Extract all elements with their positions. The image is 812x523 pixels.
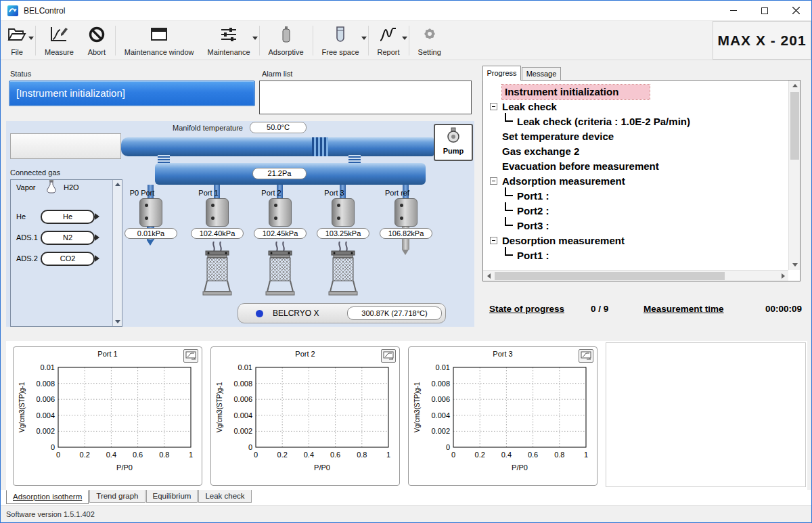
abort-button[interactable]: Abort	[81, 23, 113, 58]
svg-text:0.006: 0.006	[233, 395, 252, 403]
progress-item[interactable]: Evacuation before measurement	[484, 159, 786, 174]
report-button[interactable]: Report	[371, 23, 407, 58]
folder-open-icon	[7, 26, 26, 46]
progress-item[interactable]: Desorption measurement	[484, 233, 786, 248]
scrollbar-thumb[interactable]	[790, 92, 799, 160]
tree-connector-icon	[505, 217, 513, 226]
svg-text:0: 0	[51, 443, 55, 451]
bottom-tab[interactable]: Leak check	[198, 490, 251, 503]
instrument-model-badge: MAX X - 201	[713, 21, 811, 60]
measure-button[interactable]: Measure	[38, 23, 81, 58]
svg-text:P/P0: P/P0	[512, 463, 528, 472]
toolbar: File Measure Abort Maintenance window Ma…	[1, 21, 811, 60]
cryostat-temperature: 300.87K (27.718°C)	[347, 306, 442, 320]
close-icon	[792, 7, 800, 14]
chart-tool-button[interactable]	[579, 349, 593, 363]
isotherm-plot: 00.0020.0040.0060.0080.0100.20.40.60.81V…	[212, 362, 398, 482]
toolbar-separator	[313, 26, 313, 55]
close-button[interactable]	[780, 1, 811, 20]
svg-text:0: 0	[446, 443, 450, 451]
port-pressure-value: 106.82kPa	[380, 228, 432, 239]
port-station: Port ref 106.82kPa	[376, 185, 436, 313]
progress-item-label: Port2 :	[517, 205, 549, 217]
dropdown-arrow-icon[interactable]	[361, 37, 367, 40]
free-space-button[interactable]: Free space	[315, 23, 366, 58]
isotherm-plot: 00.0020.0040.0060.0080.0100.20.40.60.81V…	[15, 362, 200, 482]
bottom-tab[interactable]: Trend graph	[89, 490, 145, 503]
horizontal-scrollbar[interactable]	[483, 270, 788, 281]
title-bar: BELControl	[1, 1, 811, 21]
scroll-left-icon[interactable]	[483, 271, 494, 281]
progress-panel: Progress Message Instrument initializati…	[482, 66, 806, 327]
manifold-connector	[348, 155, 361, 163]
vacuum-pump: Pump	[434, 124, 473, 161]
maintenance-window-button[interactable]: Maintenance window	[118, 23, 201, 58]
file-button[interactable]: File	[1, 23, 33, 58]
progress-item-label: Desorption measurement	[502, 235, 625, 246]
sample-cell	[187, 242, 248, 300]
vertical-scrollbar[interactable]	[788, 81, 800, 270]
scroll-down-icon[interactable]	[789, 259, 800, 270]
progress-item-label: Leak check	[502, 101, 557, 112]
progress-item-label: Leak check (criteria : 1.0E-2 Pa/min)	[517, 116, 690, 127]
bottom-tab-label: Trend graph	[96, 492, 138, 500]
scroll-up-icon[interactable]	[789, 81, 800, 91]
progress-item[interactable]: Port3 :	[484, 219, 786, 233]
dropdown-arrow-icon[interactable]	[402, 37, 407, 40]
svg-text:0.004: 0.004	[233, 411, 252, 419]
progress-item[interactable]: Leak check (criteria : 1.0E-2 Pa/min)	[484, 114, 786, 129]
progress-list[interactable]: Instrument initialization Leak check Lea…	[482, 80, 800, 281]
maximize-button[interactable]	[749, 1, 780, 20]
tab-message[interactable]: Message	[522, 67, 561, 81]
alarm-list-box[interactable]	[259, 81, 472, 114]
bottom-tab[interactable]: Equilibrium	[146, 490, 198, 503]
manifold-connector	[158, 155, 170, 163]
status-label: Status	[10, 70, 31, 78]
chart-title: Port 3	[409, 350, 597, 358]
tree-collapse-icon[interactable]	[490, 237, 497, 244]
dropdown-arrow-icon[interactable]	[252, 37, 258, 40]
gas-feed-panel	[10, 133, 121, 159]
tree-connector-icon	[505, 113, 513, 122]
svg-text:1: 1	[584, 451, 588, 459]
tab-progress[interactable]: Progress	[482, 66, 521, 81]
port-station: Port 3 103.25kPa	[313, 185, 374, 313]
svg-text:0: 0	[451, 451, 455, 459]
progress-item[interactable]: Instrument initialization	[484, 85, 786, 99]
port-name: Port 2	[250, 189, 293, 197]
chart-tool-button[interactable]	[183, 349, 198, 363]
tree-collapse-icon[interactable]	[490, 103, 497, 110]
port-pressure-value: 102.40kPa	[191, 228, 244, 239]
scroll-down-icon[interactable]	[115, 320, 120, 323]
pump-label: Pump	[435, 147, 472, 155]
dropdown-arrow-icon[interactable]	[28, 37, 34, 40]
minimize-icon	[730, 10, 737, 11]
svg-text:0.002: 0.002	[36, 427, 55, 435]
minimize-button[interactable]	[718, 1, 749, 20]
svg-text:0: 0	[254, 451, 258, 459]
scrollbar-thumb[interactable]	[495, 272, 725, 280]
maintenance-button[interactable]: Maintenance	[201, 23, 257, 58]
svg-text:P/P0: P/P0	[314, 463, 330, 472]
scroll-right-icon[interactable]	[777, 271, 788, 281]
progress-item[interactable]: Port2 :	[484, 204, 786, 219]
bottom-tab[interactable]: Adsorption isotherm	[6, 490, 89, 504]
software-version: Software version 1.5.1.402	[6, 510, 95, 518]
progress-item[interactable]: Port1 :	[484, 189, 786, 204]
port-name: Port ref	[376, 189, 419, 197]
chart-tool-button[interactable]	[381, 349, 396, 363]
gas-cylinder-icon	[277, 26, 296, 46]
progress-item[interactable]: Gas exchange 2	[484, 144, 786, 159]
progress-item[interactable]: Set temperature device	[484, 129, 786, 144]
empty-panel	[606, 342, 806, 487]
adsorptive-button[interactable]: Adsorptive	[262, 23, 311, 58]
port-name: Port 1	[187, 189, 230, 197]
svg-text:0.8: 0.8	[159, 451, 169, 459]
progress-item[interactable]: Leak check	[484, 99, 786, 114]
tree-collapse-icon[interactable]	[490, 177, 497, 185]
progress-item-label: Instrument initialization	[502, 85, 650, 99]
cryostat-status-led	[256, 310, 263, 317]
progress-item[interactable]: Adsorption measurement	[484, 174, 786, 189]
setting-button[interactable]: Setting	[411, 23, 448, 58]
progress-item[interactable]: Port1 :	[484, 248, 786, 263]
